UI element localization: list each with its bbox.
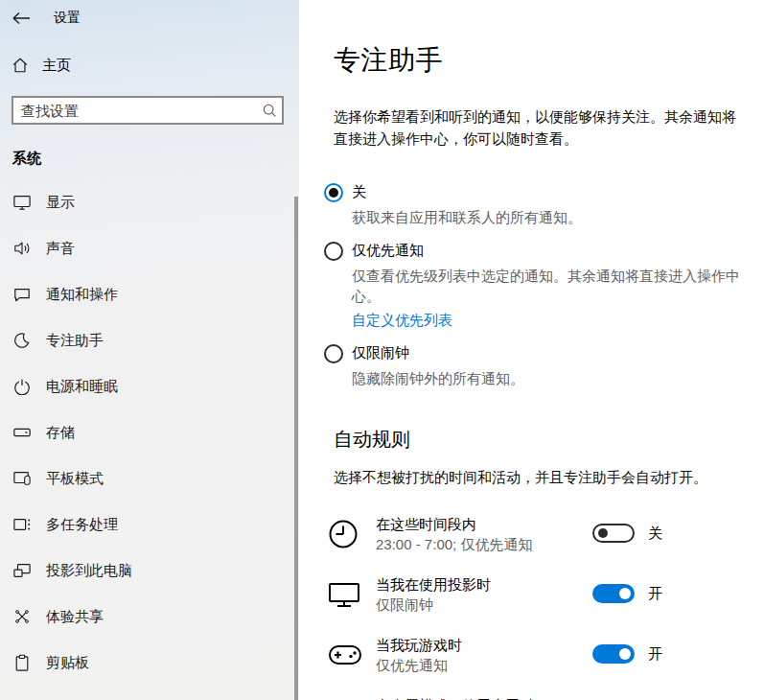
rule-subtitle: 仅优先通知	[376, 657, 747, 675]
radio-label: 仅限闹钟	[352, 344, 409, 362]
rule-playing-game[interactable]: 当我玩游戏时 仅优先通知 开	[334, 637, 747, 673]
sidebar-item-projecting[interactable]: 投影到此电脑	[0, 548, 299, 594]
main-content: 专注助手 选择你希望看到和听到的通知，以便能够保持关注。其余通知将直接进入操作中…	[299, 0, 764, 700]
toggle-knob	[619, 588, 631, 599]
toggle-state-label: 开	[648, 585, 662, 603]
sidebar-item-home[interactable]: 主页	[12, 54, 299, 77]
toggle-during-times[interactable]	[592, 524, 635, 543]
rule-duplicating-display[interactable]: 当我在使用投影时 仅限闹钟 开	[334, 576, 747, 613]
rule-fullscreen-app[interactable]: 在全屏模式下使用应用时 仅限闹钟 开	[334, 697, 747, 700]
radio-option-alarms-only: 仅限闹钟 隐藏除闹钟外的所有通知。	[324, 344, 747, 388]
sidebar-item-label: 显示	[46, 194, 75, 212]
page-title: 专注助手	[334, 42, 747, 79]
sidebar-nav: 显示 声音 通知和操作 专注助手	[0, 179, 299, 686]
radio-priority[interactable]: 仅优先通知	[324, 242, 747, 261]
gamepad-icon	[328, 638, 366, 672]
radio-off[interactable]: 关	[324, 183, 747, 202]
sidebar-item-clipboard[interactable]: 剪贴板	[0, 640, 299, 686]
sidebar-item-shared-experiences[interactable]: 体验共享	[0, 594, 299, 640]
sidebar-item-label: 存储	[46, 424, 75, 442]
customize-priority-list-link[interactable]: 自定义优先列表	[352, 312, 452, 330]
projecting-icon	[12, 562, 33, 579]
sidebar-item-storage[interactable]: 存储	[0, 409, 299, 455]
sidebar: 设置 主页 系统 显示	[0, 0, 299, 700]
sidebar-item-label: 投影到此电脑	[46, 562, 132, 580]
moon-icon	[12, 332, 33, 349]
rule-title: 当我在使用投影时	[376, 576, 747, 595]
toggle-playing-game[interactable]	[592, 644, 635, 664]
auto-rules-list: 在这些时间段内 23:00 - 7:00; 仅优先通知 关 当我在使用投影时 仅…	[334, 516, 747, 700]
radio-option-off: 关 获取来自应用和联系人的所有通知。	[324, 183, 747, 227]
toggle-state-label: 关	[648, 525, 662, 543]
radio-description: 仅查看优先级列表中选定的通知。其余通知将直接进入操作中心。	[352, 266, 747, 306]
radio-description: 隐藏除闹钟外的所有通知。	[352, 368, 747, 388]
rule-subtitle: 23:00 - 7:00; 仅优先通知	[376, 536, 747, 554]
toggle-duplicating-display[interactable]	[592, 584, 635, 603]
toggle-knob	[619, 648, 631, 660]
notification-mode-radio-group: 关 获取来自应用和联系人的所有通知。 仅优先通知 仅查看优先级列表中选定的通知。…	[324, 183, 747, 388]
home-label: 主页	[42, 57, 71, 75]
rule-subtitle: 仅限闹钟	[376, 596, 747, 615]
sidebar-item-label: 剪贴板	[46, 654, 89, 672]
sidebar-item-display[interactable]: 显示	[0, 179, 299, 225]
window-title: 设置	[54, 10, 81, 27]
search-icon[interactable]	[257, 103, 282, 118]
sidebar-item-label: 电源和睡眠	[46, 378, 118, 396]
clock-icon	[328, 517, 366, 551]
rule-title: 在这些时间段内	[376, 516, 747, 534]
radio-label: 仅优先通知	[352, 242, 424, 260]
radio-label: 关	[352, 183, 366, 201]
rule-during-times[interactable]: 在这些时间段内 23:00 - 7:00; 仅优先通知 关	[334, 516, 747, 552]
sidebar-scrollbar[interactable]	[294, 197, 298, 700]
shared-experiences-icon	[12, 608, 33, 625]
home-icon	[12, 57, 29, 74]
radio-option-priority-only: 仅优先通知 仅查看优先级列表中选定的通知。其余通知将直接进入操作中心。 自定义优…	[324, 242, 747, 330]
sidebar-item-tablet-mode[interactable]: 平板模式	[0, 455, 299, 502]
toggle-knob	[598, 528, 608, 538]
tablet-icon	[12, 470, 33, 487]
radio-alarms[interactable]: 仅限闹钟	[324, 344, 747, 363]
radio-description: 获取来自应用和联系人的所有通知。	[352, 207, 747, 227]
display-icon	[12, 194, 33, 211]
settings-window: 设置 主页 系统 显示	[0, 0, 764, 700]
monitor-icon	[328, 577, 366, 612]
sidebar-section-system: 系统	[12, 150, 299, 168]
sidebar-item-label: 多任务处理	[46, 516, 118, 534]
rule-title: 当我玩游戏时	[376, 637, 747, 655]
sidebar-item-label: 声音	[46, 240, 75, 258]
clipboard-icon	[12, 654, 33, 672]
auto-rules-description: 选择不想被打扰的时间和活动，并且专注助手会自动打开。	[334, 469, 747, 487]
radio-unselected-icon[interactable]	[324, 242, 343, 261]
multitasking-icon	[12, 516, 33, 533]
power-icon	[12, 378, 33, 395]
titlebar: 设置	[0, 0, 299, 27]
sidebar-item-label: 平板模式	[46, 470, 104, 488]
auto-rules-title: 自动规则	[334, 427, 747, 453]
radio-selected-icon[interactable]	[324, 183, 343, 202]
sidebar-item-label: 通知和操作	[46, 286, 118, 304]
sidebar-item-sound[interactable]: 声音	[0, 225, 299, 271]
page-description: 选择你希望看到和听到的通知，以便能够保持关注。其余通知将直接进入操作中心，你可以…	[334, 105, 747, 151]
back-arrow-icon	[12, 12, 38, 25]
sidebar-item-notifications[interactable]: 通知和操作	[0, 271, 299, 317]
search-box	[12, 96, 284, 125]
sidebar-item-label: 体验共享	[46, 608, 104, 626]
sidebar-item-focus-assist[interactable]: 专注助手	[0, 317, 299, 363]
search-input[interactable]	[13, 103, 257, 119]
sidebar-item-power-sleep[interactable]: 电源和睡眠	[0, 363, 299, 409]
radio-unselected-icon[interactable]	[324, 344, 343, 363]
toggle-state-label: 开	[648, 645, 662, 664]
notifications-icon	[12, 286, 33, 303]
sidebar-item-multitasking[interactable]: 多任务处理	[0, 502, 299, 548]
back-button[interactable]	[12, 8, 38, 29]
storage-icon	[12, 427, 33, 438]
rule-title: 在全屏模式下使用应用时	[376, 697, 747, 700]
sidebar-item-label: 专注助手	[46, 332, 104, 350]
sound-icon	[12, 240, 33, 257]
